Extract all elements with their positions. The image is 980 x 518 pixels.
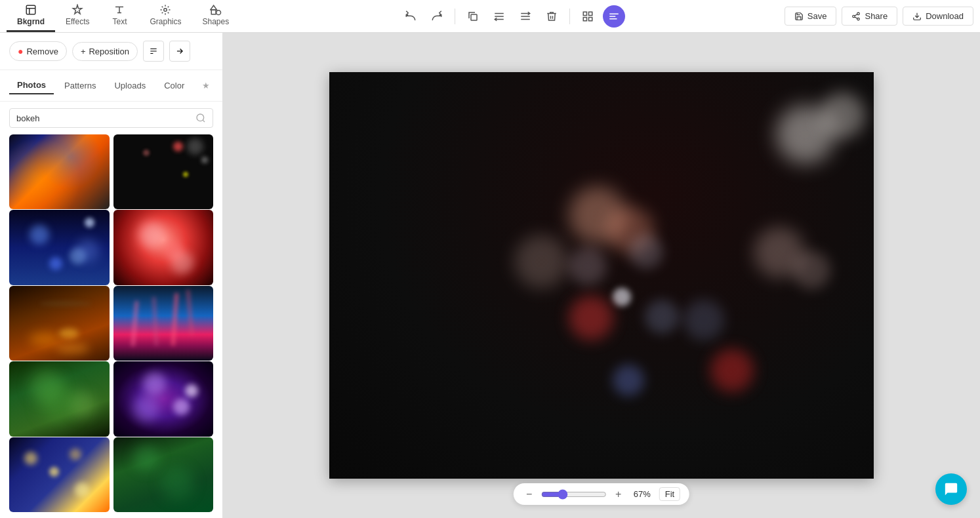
- svg-rect-6: [588, 12, 592, 15]
- forward-button[interactable]: [169, 41, 190, 62]
- bokeh-circle: [569, 296, 613, 340]
- photo-item[interactable]: [9, 286, 110, 361]
- photo-item[interactable]: [9, 361, 110, 436]
- nav-tabs: Bkgrnd Effects Text Graphics Shapes: [7, 0, 239, 32]
- layer-down-icon: [493, 10, 505, 22]
- tab-photos[interactable]: Photos: [9, 77, 54, 94]
- bokeh-circle: [569, 247, 607, 285]
- photo-item[interactable]: [113, 286, 214, 361]
- main-area: ● Remove + Reposition Photos Patterns U: [0, 33, 980, 518]
- zoom-slider[interactable]: [541, 489, 607, 500]
- bokeh-circle: [819, 92, 865, 138]
- shapes-icon: [210, 4, 222, 16]
- sidebar-actions: ● Remove + Reposition: [0, 33, 222, 70]
- save-label: Save: [807, 11, 827, 21]
- tab-photos-label: Photos: [17, 80, 46, 90]
- photo-item[interactable]: [113, 361, 214, 436]
- zoom-percentage: 67%: [630, 489, 654, 499]
- photo-item[interactable]: [9, 134, 110, 209]
- photo-item[interactable]: [9, 210, 110, 285]
- search-box: [9, 108, 213, 128]
- tab-text-label: Text: [112, 17, 127, 26]
- forward-icon: [175, 47, 184, 56]
- svg-rect-10: [609, 16, 615, 17]
- duplicate-icon: [467, 10, 479, 22]
- layer-up-button[interactable]: [514, 5, 537, 28]
- chat-button[interactable]: [935, 473, 967, 505]
- remove-button[interactable]: ● Remove: [9, 41, 67, 61]
- bokeh-circle: [792, 251, 830, 289]
- download-label: Download: [926, 11, 964, 21]
- undo-button[interactable]: [399, 5, 422, 28]
- tab-patterns[interactable]: Patterns: [56, 77, 104, 94]
- grid-icon: [582, 10, 594, 22]
- grid-button[interactable]: [577, 5, 599, 28]
- remove-dot: ●: [18, 46, 23, 56]
- tab-graphics[interactable]: Graphics: [139, 0, 192, 32]
- delete-button[interactable]: [541, 5, 563, 28]
- align-button[interactable]: [603, 5, 625, 28]
- save-button[interactable]: Save: [785, 7, 837, 26]
- share-label: Share: [865, 11, 888, 21]
- photo-item[interactable]: [113, 210, 214, 285]
- chat-icon: [944, 482, 958, 496]
- share-icon: [851, 12, 861, 21]
- svg-point-13: [853, 15, 855, 18]
- svg-point-14: [857, 18, 860, 20]
- tab-bkgrnd[interactable]: Bkgrnd: [7, 0, 55, 32]
- nav-actions: Save Share Download: [785, 7, 973, 26]
- text-icon: [113, 4, 125, 16]
- tab-text[interactable]: Text: [100, 0, 139, 32]
- download-button[interactable]: Download: [903, 7, 973, 26]
- svg-line-16: [855, 14, 857, 15]
- svg-line-15: [855, 16, 857, 18]
- redo-button[interactable]: [426, 5, 448, 28]
- svg-point-3: [216, 10, 221, 15]
- delete-icon: [546, 10, 558, 22]
- tab-shapes-label: Shapes: [203, 17, 230, 26]
- tab-shapes[interactable]: Shapes: [192, 0, 240, 32]
- search-input[interactable]: [16, 113, 192, 123]
- favorites-button[interactable]: ★: [199, 77, 213, 94]
- tab-color[interactable]: Color: [156, 77, 192, 94]
- svg-rect-0: [26, 5, 35, 14]
- remove-label: Remove: [26, 47, 58, 56]
- duplicate-button[interactable]: [462, 5, 484, 28]
- download-icon: [912, 12, 922, 21]
- toolbar-divider-1: [455, 9, 455, 24]
- svg-rect-5: [583, 12, 586, 15]
- sidebar: ● Remove + Reposition Photos Patterns U: [0, 33, 223, 518]
- bokeh-circle: [645, 300, 679, 334]
- save-icon: [794, 12, 804, 21]
- photo-item[interactable]: [113, 134, 214, 209]
- svg-rect-2: [211, 10, 216, 14]
- zoom-out-button[interactable]: −: [523, 488, 536, 501]
- sidebar-tabs: Photos Patterns Uploads Color ★: [0, 70, 222, 102]
- tab-effects[interactable]: Effects: [55, 0, 100, 32]
- tab-bkgrnd-label: Bkgrnd: [17, 17, 45, 26]
- redo-icon: [431, 10, 443, 22]
- layer-down-button[interactable]: [488, 5, 510, 28]
- main-canvas[interactable]: [329, 72, 874, 479]
- text-style-icon: [149, 47, 158, 56]
- bokeh-circle: [629, 235, 663, 269]
- layer-up-icon: [520, 10, 531, 22]
- zoom-fit-label: Fit: [665, 489, 674, 499]
- share-button[interactable]: Share: [842, 7, 897, 26]
- tab-uploads-label: Uploads: [114, 81, 146, 90]
- toolbar-divider-2: [569, 9, 570, 24]
- reposition-button[interactable]: + Reposition: [72, 42, 138, 61]
- tab-uploads[interactable]: Uploads: [106, 77, 153, 94]
- bokeh-circle: [514, 235, 568, 289]
- bokeh-circle: [684, 300, 724, 340]
- svg-line-19: [203, 120, 205, 122]
- photo-item[interactable]: [113, 437, 214, 512]
- svg-rect-4: [471, 14, 477, 20]
- svg-point-18: [197, 114, 204, 121]
- text-style-button[interactable]: [143, 41, 164, 62]
- zoom-fit-button[interactable]: Fit: [659, 487, 680, 501]
- svg-rect-11: [609, 18, 617, 20]
- bokeh-circle: [613, 288, 631, 306]
- photo-item[interactable]: [9, 437, 110, 512]
- zoom-in-button[interactable]: +: [612, 488, 625, 501]
